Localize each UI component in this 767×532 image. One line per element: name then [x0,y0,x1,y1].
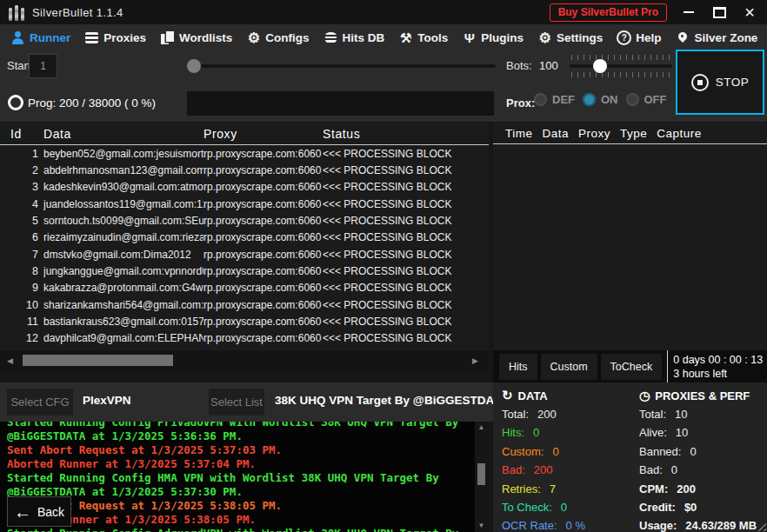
table-row[interactable]: 4juandelossantos119@gmail.com:123rp.prox… [0,196,489,212]
stat-value: 0 [690,445,696,458]
table-row[interactable]: 3kadeshkevin930@gmail.com:atmosprp.proxy… [0,179,489,196]
maximize-button[interactable] [710,3,728,21]
table-row[interactable]: 6riezaimyzainudin@gmail.com:riezairrp.pr… [0,229,489,246]
log-line: Sent Abort Request at 1/3/2025 5:38:05 P… [7,499,475,513]
nav-item-silver-zone[interactable]: Silver Zone [669,24,765,50]
select-list-button[interactable]: Select List [209,389,264,416]
radio-label: OFF [644,93,667,106]
column-header-type[interactable]: Type [620,127,647,140]
tab-custom[interactable]: Custom [541,354,597,380]
tab-tocheck[interactable]: ToCheck [601,354,663,380]
bots-slider-thumb[interactable] [593,59,607,73]
table-row[interactable]: 9kakabrazza@protonmail.com:G4w6lrp.proxy… [0,280,489,296]
start-slider-thumb[interactable] [187,59,201,73]
title-bar: SilverBullet 1.1.4 Buy SilverBullet Pro [0,0,767,24]
log-scrollbar[interactable]: ▲ ▼ [475,422,488,532]
nav-item-plugins[interactable]: Plugins [455,24,530,50]
nav-item-label: Tools [417,31,448,44]
start-slider[interactable] [187,64,496,68]
cell-proxy: rp.proxyscrape.com:6060 [203,148,323,160]
cell-id: 9 [0,282,43,294]
prox-option-off[interactable]: OFF [626,93,667,106]
cell-status: <<< PROCESSING BLOCK [323,181,489,193]
nav-item-tools[interactable]: Tools [391,24,455,50]
back-button[interactable]: ← Back [7,496,71,527]
stat-row-total: Total:200 [502,405,585,423]
nav-item-runner[interactable]: Runner [3,24,77,50]
progress-label: Prog: [28,96,56,110]
column-header-proxy[interactable]: Proxy [578,127,610,140]
gauge-icon [639,389,650,402]
proxies-perf-stats: PROXIES & PERF Total:10Alive:10Banned:0B… [639,386,757,532]
start-input[interactable] [29,54,57,78]
column-header-time[interactable]: Time [505,127,533,140]
scroll-left-icon[interactable]: ◀ [7,356,13,365]
scrollbar-thumb[interactable] [23,355,173,366]
table-row[interactable]: 5sorntouch.ts0099@gmail.com:SEu3xrp.prox… [0,212,489,229]
cell-proxy: rp.proxyscrape.com:6060 [203,299,323,311]
table-row[interactable]: 1beyben052@gmail.com:jesuismortrp.proxys… [0,145,489,162]
scroll-down-icon[interactable]: ▼ [478,520,485,532]
cell-proxy: rp.proxyscrape.com:6060 [203,181,323,193]
minimize-button[interactable] [680,3,697,21]
table-row[interactable]: 7dmstvko@gmail.com:Dima2012rp.proxyscrap… [0,246,489,263]
stat-label: Retries: [502,482,541,495]
scrollbar-thumb[interactable] [477,463,485,485]
cell-id: 1 [0,148,43,160]
column-header-capture[interactable]: Capture [657,127,702,140]
cell-status: <<< PROCESSING BLOCK [323,282,489,294]
stat-label: Credit: [639,501,676,514]
log-line: @BiGGESTDATA at 1/3/2025 5:37:30 PM. [7,485,475,499]
cell-id: 11 [0,316,43,328]
hits-table-header: TimeDataProxyTypeCapture [493,123,767,144]
select-cfg-button[interactable]: Select CFG [7,389,73,416]
hits-tabs-bar: HitsCustomToCheck 0 days 00 : 00 : 13 3 … [493,350,767,382]
table-row[interactable]: 8jungkanggue@gmail.com:vpnnord0rp.proxys… [0,263,489,279]
log-line: Started Running Config HMA VPN with Word… [7,471,475,485]
prox-option-def[interactable]: DEF [534,93,575,106]
cell-status: <<< PROCESSING BLOCK [323,299,489,311]
table-row[interactable]: 12davphilcat9@gmail.com:ELEPHANTrp.proxy… [0,330,489,347]
plugins-icon [462,30,477,45]
column-header-proxy[interactable]: Proxy [203,127,323,141]
nav-item-settings[interactable]: Settings [530,24,610,50]
nav-item-wordlists[interactable]: Wordlists [153,24,239,50]
stop-button[interactable]: STOP [676,50,764,115]
column-header-id[interactable]: Id [0,127,43,141]
results-horizontal-scrollbar[interactable]: ◀ ▶ [0,350,489,371]
scroll-right-icon[interactable]: ▶ [472,356,478,365]
radio-label: ON [601,93,618,106]
stat-label: Total: [639,408,666,421]
nav-item-proxies[interactable]: Proxies [77,24,153,50]
progress-text: Prog: 200 / 38000 ( 0 %) [28,96,156,110]
nav-item-help[interactable]: Help [610,24,668,50]
tab-hits[interactable]: Hits [499,354,537,380]
log-lines: Started Running Config PrivadoVPN with W… [7,422,475,532]
cell-id: 5 [0,215,43,227]
nav-item-label: Configs [265,31,309,44]
column-header-status[interactable]: Status [323,127,489,141]
cell-data: juandelossantos119@gmail.com:123 [43,198,203,210]
close-button[interactable] [741,3,758,21]
column-header-data[interactable]: Data [543,127,570,140]
buy-silverbullet-pro-button[interactable]: Buy SilverBullet Pro [550,3,667,22]
maximize-icon [713,7,726,18]
minimize-icon [684,11,694,13]
stat-value: 10 [676,426,688,439]
prox-option-on[interactable]: ON [583,93,618,106]
data-stats: DATA Total:200Hits:0Custom:0Bad:200Retri… [502,386,585,532]
cell-data: abdelrhmanosman123@gmail.com: [43,164,203,176]
nav-item-hits-db[interactable]: Hits DB [317,24,392,50]
nav-item-configs[interactable]: Configs [239,24,316,50]
bots-slider[interactable] [570,64,672,68]
slider-ticks [571,72,670,77]
stat-label: Usage: [639,519,677,532]
cell-id: 8 [0,265,43,277]
table-row[interactable]: 11bastiankraus623@gmail.com:01577rp.prox… [0,313,489,329]
stat-row-bad: Bad:200 [502,461,585,479]
table-row[interactable]: 2abdelrhmanosman123@gmail.com:rp.proxysc… [0,162,489,178]
scroll-up-icon[interactable]: ▲ [478,422,485,434]
table-row[interactable]: 10sharizankamshari564@gmail.com:shrp.pro… [0,296,489,313]
stat-row-cpm: CPM:200 [639,480,757,498]
column-header-data[interactable]: Data [43,127,203,141]
